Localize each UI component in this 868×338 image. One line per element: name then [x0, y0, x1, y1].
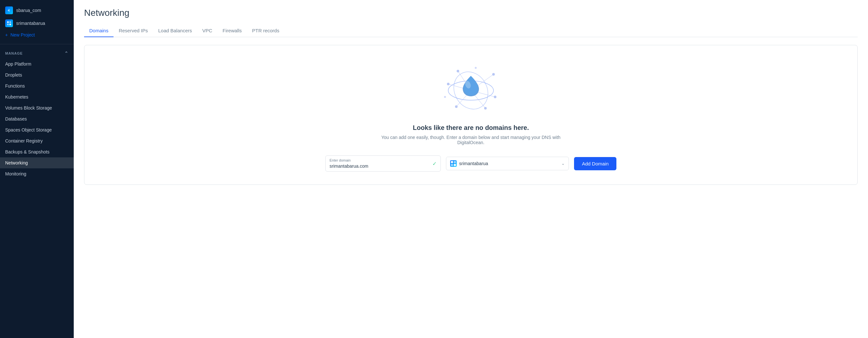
- svg-rect-24: [451, 164, 453, 166]
- chevron-down-icon: ⌄: [561, 161, 565, 166]
- domain-form: Enter domain ✓ srimantabarua ⌄ Add Domai…: [326, 156, 616, 172]
- svg-rect-2: [9, 21, 11, 23]
- svg-rect-4: [9, 24, 11, 25]
- main-content: Networking Domains Reserved IPs Load Bal…: [74, 0, 868, 338]
- domain-input-label: Enter domain: [326, 156, 440, 162]
- svg-point-11: [475, 67, 477, 69]
- sidebar-item-kubernetes[interactable]: Kubernetes: [0, 92, 74, 102]
- domain-input[interactable]: [326, 162, 440, 171]
- svg-point-12: [444, 96, 446, 98]
- tabs-nav: Domains Reserved IPs Load Balancers VPC …: [84, 25, 858, 37]
- sidebar-item-label: Kubernetes: [5, 94, 28, 100]
- sidebar-item-label: Backups & Snapshots: [5, 149, 50, 155]
- manage-label: MANAGE: [5, 52, 23, 55]
- manage-section: MANAGE ⌃ App Platform Droplets Functions…: [0, 44, 74, 184]
- sidebar-item-label: Monitoring: [5, 171, 26, 176]
- sidebar-item-backups-snapshots[interactable]: Backups & Snapshots: [0, 146, 74, 157]
- sidebar-item-spaces-object-storage[interactable]: Spaces Object Storage: [0, 125, 74, 135]
- sidebar-item-functions[interactable]: Functions: [0, 80, 74, 92]
- sidebar-item-label: Networking: [5, 160, 28, 165]
- sidebar-item-label: Droplets: [5, 72, 22, 77]
- tab-firewalls[interactable]: Firewalls: [217, 25, 247, 37]
- sidebar-item-networking[interactable]: Networking: [0, 157, 74, 168]
- tab-vpc[interactable]: VPC: [197, 25, 217, 37]
- svg-rect-1: [7, 21, 9, 23]
- tab-domains[interactable]: Domains: [84, 25, 114, 37]
- empty-state-description: You can add one easily, though. Enter a …: [374, 135, 568, 145]
- project-select-icon: [450, 160, 457, 167]
- sidebar-item-app-platform[interactable]: App Platform: [0, 59, 74, 69]
- empty-state-title: Looks like there are no domains here.: [413, 124, 529, 132]
- sidebar-item-label: Functions: [5, 83, 25, 89]
- project-icon-sbarua: [5, 6, 13, 14]
- sidebar-project-srimanta[interactable]: srimantabarua: [0, 17, 74, 30]
- manage-header: MANAGE ⌃: [0, 49, 74, 59]
- svg-rect-25: [454, 164, 456, 166]
- sidebar-item-label: Spaces Object Storage: [5, 127, 52, 133]
- content-area: Looks like there are no domains here. Yo…: [74, 37, 868, 338]
- sidebar-project-sbarua[interactable]: sbarua_com: [0, 4, 74, 17]
- project-name-sbarua: sbarua_com: [16, 8, 41, 13]
- sidebar-item-droplets[interactable]: Droplets: [0, 69, 74, 80]
- page-title: Networking: [84, 8, 858, 18]
- page-header: Networking Domains Reserved IPs Load Bal…: [74, 0, 868, 37]
- domain-input-wrapper: Enter domain ✓: [326, 156, 441, 172]
- sidebar: sbarua_com srimantabarua + New Project M…: [0, 0, 74, 338]
- tab-load-balancers[interactable]: Load Balancers: [153, 25, 197, 37]
- sidebar-item-label: Volumes Block Storage: [5, 105, 52, 110]
- project-icon-srimanta: [5, 20, 13, 27]
- project-name-srimanta: srimantabarua: [16, 21, 45, 26]
- sidebar-item-volumes-block-storage[interactable]: Volumes Block Storage: [0, 102, 74, 113]
- sidebar-item-databases[interactable]: Databases: [0, 113, 74, 125]
- tab-ptr-records[interactable]: PTR records: [247, 25, 285, 37]
- svg-rect-23: [454, 161, 456, 163]
- new-project-plus-icon: +: [5, 32, 8, 37]
- manage-chevron-icon: ⌃: [64, 51, 68, 56]
- check-icon: ✓: [432, 161, 437, 167]
- new-project-button[interactable]: + New Project: [0, 30, 74, 40]
- sidebar-item-label: Databases: [5, 116, 27, 122]
- sidebar-item-container-registry[interactable]: Container Registry: [0, 135, 74, 146]
- project-select-name: srimantabarua: [459, 161, 488, 166]
- sidebar-item-label: Container Registry: [5, 138, 43, 143]
- sidebar-projects: sbarua_com srimantabarua + New Project: [0, 0, 74, 44]
- empty-state-card: Looks like there are no domains here. Yo…: [84, 45, 858, 185]
- project-select-inner: srimantabarua: [450, 160, 488, 167]
- svg-rect-22: [451, 161, 453, 163]
- sidebar-item-monitoring[interactable]: Monitoring: [0, 168, 74, 179]
- domains-illustration: [438, 58, 503, 116]
- project-dropdown[interactable]: srimantabarua ⌄: [446, 157, 569, 170]
- svg-rect-3: [7, 24, 9, 25]
- tab-reserved-ips[interactable]: Reserved IPs: [114, 25, 153, 37]
- add-domain-button[interactable]: Add Domain: [574, 157, 616, 170]
- sidebar-item-label: App Platform: [5, 61, 31, 67]
- new-project-label: New Project: [10, 32, 35, 37]
